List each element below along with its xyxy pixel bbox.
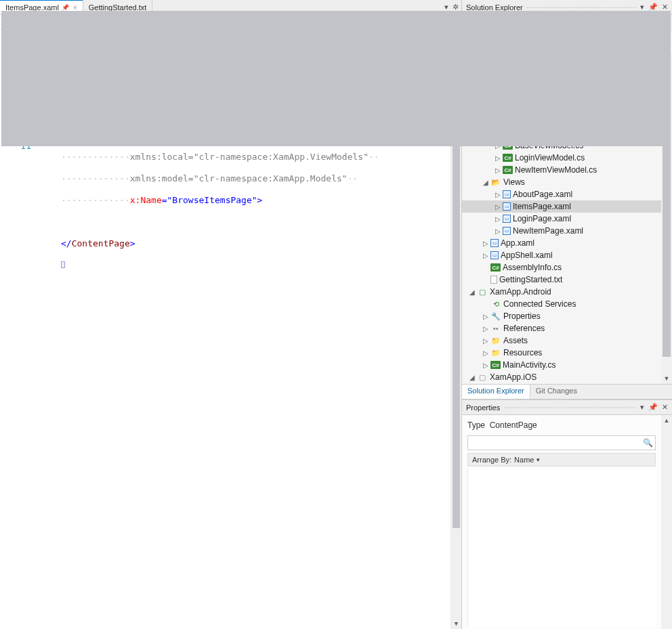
tree-folder-assets[interactable]: ▷📁Assets	[462, 334, 672, 347]
close-icon[interactable]: ×	[73, 4, 77, 12]
right-panel-tabs: Solution Explorer Git Changes	[462, 384, 672, 399]
tree-project-ios[interactable]: ◢▢XamApp.iOS	[462, 371, 672, 383]
tree-folder-resources[interactable]: ▷📁Resources	[462, 347, 672, 359]
tree-file[interactable]: ▷▭AboutPage.xaml	[462, 188, 672, 200]
tab-solution-explorer[interactable]: Solution Explorer	[462, 384, 530, 399]
tree-project-android[interactable]: ◢▢XamApp.Android	[462, 286, 672, 298]
tree-file-itemspage[interactable]: ▷▭ItemsPage.xaml	[462, 200, 672, 213]
properties-body: Type ContentPage 🔍 Arrange By: Name ▾	[462, 415, 661, 629]
close-icon[interactable]: ✕	[662, 403, 668, 412]
tree-file[interactable]: ▷▭App.xaml	[462, 237, 672, 249]
properties-search-input[interactable]	[468, 438, 640, 448]
tree-properties[interactable]: ▷🔧Properties	[462, 310, 672, 322]
chevron-down-icon: ▾	[537, 456, 540, 463]
tree-file[interactable]: ▷▭AppShell.xaml	[462, 249, 672, 261]
tree-file[interactable]: ▷▭NewItemPage.xaml	[462, 225, 672, 237]
tree-folder-views[interactable]: ◢📂Views	[462, 176, 672, 188]
tree-file[interactable]: ▷C#MainActivity.cs	[462, 359, 672, 371]
properties-search[interactable]: 🔍	[467, 435, 656, 450]
tree-file[interactable]: ▷C#LoginViewModel.cs	[462, 152, 672, 164]
tree-references[interactable]: ▷▪▪References	[462, 322, 672, 334]
properties-scrollbar[interactable]: ▲	[661, 415, 672, 629]
panel-title: Properties	[466, 404, 500, 412]
pin-icon[interactable]: 📌	[648, 403, 658, 412]
tree-file[interactable]: GettingStarted.txt	[462, 274, 672, 286]
tab-git-changes[interactable]: Git Changes	[530, 385, 583, 399]
search-icon[interactable]: 🔍	[640, 438, 655, 448]
tree-connected-services[interactable]: ⟲Connected Services	[462, 298, 672, 310]
properties-grid	[467, 469, 656, 626]
pin-icon[interactable]: 📌	[62, 4, 69, 11]
type-value: ContentPage	[490, 420, 537, 430]
tree-file[interactable]: ▷▭LoginPage.xaml	[462, 213, 672, 225]
tree-file[interactable]: ▷C#NewItemViewModel.cs	[462, 164, 672, 176]
tree-file[interactable]: C#AssemblyInfo.cs	[462, 261, 672, 274]
arrange-by[interactable]: Arrange By: Name ▾	[467, 453, 656, 467]
panel-title: Solution Explorer	[466, 3, 523, 12]
type-label: Type	[467, 420, 485, 430]
tab-label: GettingStarted.txt	[89, 3, 147, 12]
properties-header: Properties ▪▪▪▪▪▪▪▪▪▪▪▪▪▪▪▪▪▪▪▪▪▪▪▪▪▪▪▪▪…	[462, 400, 672, 415]
dropdown-icon[interactable]: ▾	[640, 403, 644, 412]
